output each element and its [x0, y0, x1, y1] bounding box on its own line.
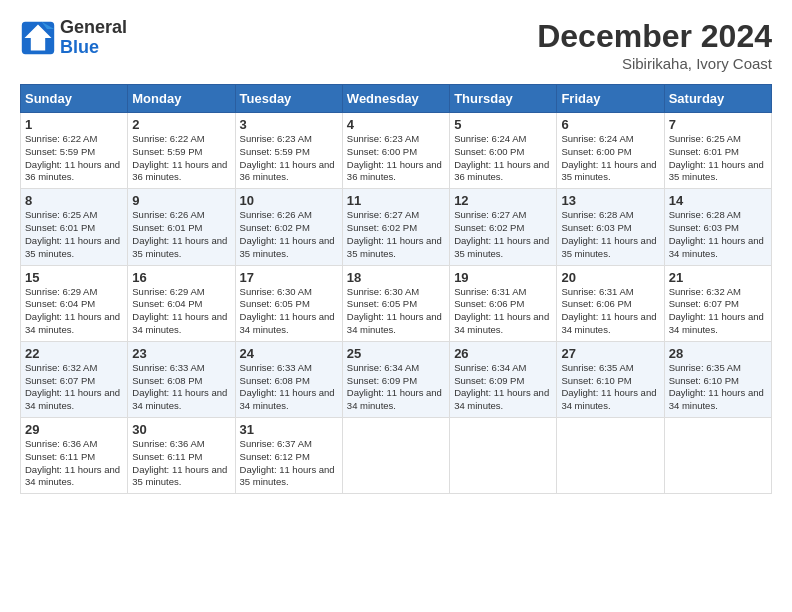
cell-info: Sunrise: 6:28 AMSunset: 6:03 PMDaylight:…: [561, 209, 656, 258]
cell-info: Sunrise: 6:34 AMSunset: 6:09 PMDaylight:…: [454, 362, 549, 411]
cell-info: Sunrise: 6:31 AMSunset: 6:06 PMDaylight:…: [561, 286, 656, 335]
header-row: Sunday Monday Tuesday Wednesday Thursday…: [21, 85, 772, 113]
cell-info: Sunrise: 6:33 AMSunset: 6:08 PMDaylight:…: [132, 362, 227, 411]
day-number: 12: [454, 193, 552, 208]
table-row: 31Sunrise: 6:37 AMSunset: 6:12 PMDayligh…: [235, 418, 342, 494]
calendar-week-row: 1Sunrise: 6:22 AMSunset: 5:59 PMDaylight…: [21, 113, 772, 189]
table-row: 16Sunrise: 6:29 AMSunset: 6:04 PMDayligh…: [128, 265, 235, 341]
day-number: 30: [132, 422, 230, 437]
day-number: 17: [240, 270, 338, 285]
table-row: 13Sunrise: 6:28 AMSunset: 6:03 PMDayligh…: [557, 189, 664, 265]
table-row: 29Sunrise: 6:36 AMSunset: 6:11 PMDayligh…: [21, 418, 128, 494]
day-number: 16: [132, 270, 230, 285]
cell-info: Sunrise: 6:35 AMSunset: 6:10 PMDaylight:…: [561, 362, 656, 411]
col-wednesday: Wednesday: [342, 85, 449, 113]
cell-info: Sunrise: 6:28 AMSunset: 6:03 PMDaylight:…: [669, 209, 764, 258]
calendar-table: Sunday Monday Tuesday Wednesday Thursday…: [20, 84, 772, 494]
table-row: 27Sunrise: 6:35 AMSunset: 6:10 PMDayligh…: [557, 341, 664, 417]
cell-info: Sunrise: 6:35 AMSunset: 6:10 PMDaylight:…: [669, 362, 764, 411]
table-row: 24Sunrise: 6:33 AMSunset: 6:08 PMDayligh…: [235, 341, 342, 417]
day-number: 7: [669, 117, 767, 132]
table-row: [342, 418, 449, 494]
header: General Blue December 2024 Sibirikaha, I…: [20, 18, 772, 72]
table-row: 8Sunrise: 6:25 AMSunset: 6:01 PMDaylight…: [21, 189, 128, 265]
day-number: 9: [132, 193, 230, 208]
day-number: 19: [454, 270, 552, 285]
day-number: 14: [669, 193, 767, 208]
title-block: December 2024 Sibirikaha, Ivory Coast: [537, 18, 772, 72]
day-number: 27: [561, 346, 659, 361]
day-number: 18: [347, 270, 445, 285]
table-row: 18Sunrise: 6:30 AMSunset: 6:05 PMDayligh…: [342, 265, 449, 341]
cell-info: Sunrise: 6:23 AMSunset: 5:59 PMDaylight:…: [240, 133, 335, 182]
day-number: 20: [561, 270, 659, 285]
cell-info: Sunrise: 6:24 AMSunset: 6:00 PMDaylight:…: [454, 133, 549, 182]
table-row: 21Sunrise: 6:32 AMSunset: 6:07 PMDayligh…: [664, 265, 771, 341]
day-number: 31: [240, 422, 338, 437]
day-number: 15: [25, 270, 123, 285]
calendar-week-row: 29Sunrise: 6:36 AMSunset: 6:11 PMDayligh…: [21, 418, 772, 494]
cell-info: Sunrise: 6:24 AMSunset: 6:00 PMDaylight:…: [561, 133, 656, 182]
table-row: 25Sunrise: 6:34 AMSunset: 6:09 PMDayligh…: [342, 341, 449, 417]
page: General Blue December 2024 Sibirikaha, I…: [0, 0, 792, 504]
day-number: 8: [25, 193, 123, 208]
table-row: 1Sunrise: 6:22 AMSunset: 5:59 PMDaylight…: [21, 113, 128, 189]
cell-info: Sunrise: 6:30 AMSunset: 6:05 PMDaylight:…: [240, 286, 335, 335]
cell-info: Sunrise: 6:25 AMSunset: 6:01 PMDaylight:…: [669, 133, 764, 182]
table-row: 4Sunrise: 6:23 AMSunset: 6:00 PMDaylight…: [342, 113, 449, 189]
cell-info: Sunrise: 6:22 AMSunset: 5:59 PMDaylight:…: [132, 133, 227, 182]
day-number: 13: [561, 193, 659, 208]
table-row: 2Sunrise: 6:22 AMSunset: 5:59 PMDaylight…: [128, 113, 235, 189]
table-row: [450, 418, 557, 494]
cell-info: Sunrise: 6:27 AMSunset: 6:02 PMDaylight:…: [454, 209, 549, 258]
col-friday: Friday: [557, 85, 664, 113]
cell-info: Sunrise: 6:26 AMSunset: 6:02 PMDaylight:…: [240, 209, 335, 258]
cell-info: Sunrise: 6:32 AMSunset: 6:07 PMDaylight:…: [25, 362, 120, 411]
logo-text-general: General: [60, 18, 127, 38]
cell-info: Sunrise: 6:29 AMSunset: 6:04 PMDaylight:…: [25, 286, 120, 335]
table-row: [664, 418, 771, 494]
table-row: 20Sunrise: 6:31 AMSunset: 6:06 PMDayligh…: [557, 265, 664, 341]
cell-info: Sunrise: 6:32 AMSunset: 6:07 PMDaylight:…: [669, 286, 764, 335]
cell-info: Sunrise: 6:36 AMSunset: 6:11 PMDaylight:…: [132, 438, 227, 487]
cell-info: Sunrise: 6:27 AMSunset: 6:02 PMDaylight:…: [347, 209, 442, 258]
table-row: 22Sunrise: 6:32 AMSunset: 6:07 PMDayligh…: [21, 341, 128, 417]
day-number: 26: [454, 346, 552, 361]
table-row: 15Sunrise: 6:29 AMSunset: 6:04 PMDayligh…: [21, 265, 128, 341]
day-number: 21: [669, 270, 767, 285]
calendar-week-row: 22Sunrise: 6:32 AMSunset: 6:07 PMDayligh…: [21, 341, 772, 417]
table-row: 26Sunrise: 6:34 AMSunset: 6:09 PMDayligh…: [450, 341, 557, 417]
cell-info: Sunrise: 6:33 AMSunset: 6:08 PMDaylight:…: [240, 362, 335, 411]
day-number: 28: [669, 346, 767, 361]
calendar-week-row: 15Sunrise: 6:29 AMSunset: 6:04 PMDayligh…: [21, 265, 772, 341]
day-number: 22: [25, 346, 123, 361]
table-row: 10Sunrise: 6:26 AMSunset: 6:02 PMDayligh…: [235, 189, 342, 265]
day-number: 10: [240, 193, 338, 208]
table-row: 7Sunrise: 6:25 AMSunset: 6:01 PMDaylight…: [664, 113, 771, 189]
table-row: [557, 418, 664, 494]
day-number: 5: [454, 117, 552, 132]
subtitle: Sibirikaha, Ivory Coast: [537, 55, 772, 72]
table-row: 30Sunrise: 6:36 AMSunset: 6:11 PMDayligh…: [128, 418, 235, 494]
col-sunday: Sunday: [21, 85, 128, 113]
cell-info: Sunrise: 6:26 AMSunset: 6:01 PMDaylight:…: [132, 209, 227, 258]
day-number: 1: [25, 117, 123, 132]
table-row: 14Sunrise: 6:28 AMSunset: 6:03 PMDayligh…: [664, 189, 771, 265]
cell-info: Sunrise: 6:34 AMSunset: 6:09 PMDaylight:…: [347, 362, 442, 411]
table-row: 17Sunrise: 6:30 AMSunset: 6:05 PMDayligh…: [235, 265, 342, 341]
day-number: 25: [347, 346, 445, 361]
table-row: 3Sunrise: 6:23 AMSunset: 5:59 PMDaylight…: [235, 113, 342, 189]
calendar-week-row: 8Sunrise: 6:25 AMSunset: 6:01 PMDaylight…: [21, 189, 772, 265]
cell-info: Sunrise: 6:29 AMSunset: 6:04 PMDaylight:…: [132, 286, 227, 335]
day-number: 6: [561, 117, 659, 132]
logo-text-blue: Blue: [60, 38, 127, 58]
logo: General Blue: [20, 18, 127, 58]
table-row: 9Sunrise: 6:26 AMSunset: 6:01 PMDaylight…: [128, 189, 235, 265]
day-number: 3: [240, 117, 338, 132]
cell-info: Sunrise: 6:23 AMSunset: 6:00 PMDaylight:…: [347, 133, 442, 182]
table-row: 5Sunrise: 6:24 AMSunset: 6:00 PMDaylight…: [450, 113, 557, 189]
table-row: 6Sunrise: 6:24 AMSunset: 6:00 PMDaylight…: [557, 113, 664, 189]
logo-icon: [20, 20, 56, 56]
cell-info: Sunrise: 6:31 AMSunset: 6:06 PMDaylight:…: [454, 286, 549, 335]
table-row: 12Sunrise: 6:27 AMSunset: 6:02 PMDayligh…: [450, 189, 557, 265]
